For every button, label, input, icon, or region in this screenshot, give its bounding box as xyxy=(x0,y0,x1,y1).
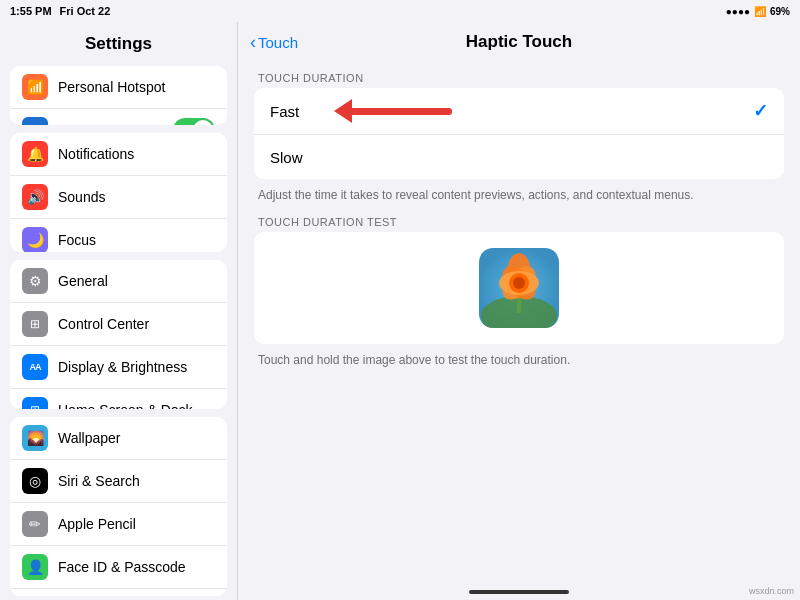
faceid-icon: 👤 xyxy=(22,554,48,580)
sidebar-section-2: 🔔 Notifications 🔊 Sounds 🌙 Focus ⏱ Scree… xyxy=(10,133,227,252)
sidebar-item-battery[interactable]: 🔋 Battery xyxy=(10,589,227,596)
watermark: wsxdn.com xyxy=(749,586,794,596)
applepencil-icon: ✏ xyxy=(22,511,48,537)
display-icon: AA xyxy=(22,354,48,380)
app-container: Settings 📶 Personal Hotspot VPN VPN 🔔 No… xyxy=(0,22,800,600)
sidebar-item-siri[interactable]: ◎ Siri & Search xyxy=(10,460,227,503)
sidebar-section-4: 🌄 Wallpaper ◎ Siri & Search ✏ Apple Penc… xyxy=(10,417,227,596)
wifi-icon: 📶 xyxy=(754,6,766,17)
vpn-icon: VPN xyxy=(22,117,48,125)
sounds-icon: 🔊 xyxy=(22,184,48,210)
home-indicator xyxy=(238,584,800,600)
test-description: Touch and hold the image above to test t… xyxy=(254,348,784,377)
back-button[interactable]: ‹ Touch xyxy=(250,32,298,53)
fast-checkmark: ✓ xyxy=(753,100,768,122)
back-chevron-icon: ‹ xyxy=(250,32,256,53)
hotspot-icon: 📶 xyxy=(22,74,48,100)
sidebar-item-general[interactable]: ⚙ General xyxy=(10,260,227,303)
faceid-label: Face ID & Passcode xyxy=(58,559,215,575)
homescreen-icon: ⊞ xyxy=(22,397,48,409)
sidebar-section-1: 📶 Personal Hotspot VPN VPN xyxy=(10,66,227,125)
hotspot-label: Personal Hotspot xyxy=(58,79,215,95)
controlcenter-icon: ⊞ xyxy=(22,311,48,337)
home-bar xyxy=(469,590,569,594)
option-fast-label: Fast xyxy=(270,103,753,120)
svg-point-7 xyxy=(513,277,525,289)
test-image-container xyxy=(254,232,784,344)
sounds-label: Sounds xyxy=(58,189,215,205)
status-bar: 1:55 PM Fri Oct 22 ●●●● 📶 69% xyxy=(0,0,800,22)
wallpaper-icon: 🌄 xyxy=(22,425,48,451)
signal-icon: ●●●● xyxy=(726,6,750,17)
display-label: Display & Brightness xyxy=(58,359,215,375)
vpn-toggle[interactable] xyxy=(173,118,215,125)
test-section-label: TOUCH DURATION TEST xyxy=(254,212,784,232)
status-bar-left: 1:55 PM Fri Oct 22 xyxy=(10,5,110,17)
controlcenter-label: Control Center xyxy=(58,316,215,332)
homescreen-label: Home Screen & Dock xyxy=(58,402,215,409)
sidebar: Settings 📶 Personal Hotspot VPN VPN 🔔 No… xyxy=(0,22,238,600)
sidebar-item-vpn[interactable]: VPN VPN xyxy=(10,109,227,125)
notifications-icon: 🔔 xyxy=(22,141,48,167)
sidebar-item-faceid[interactable]: 👤 Face ID & Passcode xyxy=(10,546,227,589)
sidebar-item-sounds[interactable]: 🔊 Sounds xyxy=(10,176,227,219)
sidebar-item-homescreen[interactable]: ⊞ Home Screen & Dock xyxy=(10,389,227,409)
sidebar-section-3: ⚙ General ⊞ Control Center AA Display & … xyxy=(10,260,227,409)
option-slow[interactable]: Slow xyxy=(254,135,784,179)
siri-label: Siri & Search xyxy=(58,473,215,489)
sidebar-item-hotspot[interactable]: 📶 Personal Hotspot xyxy=(10,66,227,109)
touch-duration-label: TOUCH DURATION xyxy=(254,68,784,88)
touch-duration-options: Fast ✓ Slow xyxy=(254,88,784,179)
focus-icon: 🌙 xyxy=(22,227,48,252)
applepencil-label: Apple Pencil xyxy=(58,516,215,532)
back-label: Touch xyxy=(258,34,298,51)
focus-label: Focus xyxy=(58,232,215,248)
general-icon: ⚙ xyxy=(22,268,48,294)
touch-duration-description: Adjust the time it takes to reveal conte… xyxy=(254,183,784,212)
general-label: General xyxy=(58,273,215,289)
detail-title: Haptic Touch xyxy=(466,32,572,52)
sidebar-item-notifications[interactable]: 🔔 Notifications xyxy=(10,133,227,176)
sidebar-item-wallpaper[interactable]: 🌄 Wallpaper xyxy=(10,417,227,460)
sidebar-item-controlcenter[interactable]: ⊞ Control Center xyxy=(10,303,227,346)
sidebar-title: Settings xyxy=(0,22,237,62)
detail-header: ‹ Touch Haptic Touch xyxy=(238,22,800,60)
date: Fri Oct 22 xyxy=(60,5,111,17)
time: 1:55 PM xyxy=(10,5,52,17)
sidebar-item-applepencil[interactable]: ✏ Apple Pencil xyxy=(10,503,227,546)
notifications-label: Notifications xyxy=(58,146,215,162)
battery-indicator: 69% xyxy=(770,6,790,17)
vpn-label: VPN xyxy=(58,122,173,125)
option-fast[interactable]: Fast ✓ xyxy=(254,88,784,135)
detail-content: TOUCH DURATION Fast ✓ Slow Adjust the ti… xyxy=(238,60,800,584)
siri-icon: ◎ xyxy=(22,468,48,494)
sidebar-item-focus[interactable]: 🌙 Focus xyxy=(10,219,227,252)
option-slow-label: Slow xyxy=(270,149,768,166)
svg-rect-8 xyxy=(517,298,521,313)
flower-image[interactable] xyxy=(479,248,559,328)
sidebar-item-display[interactable]: AA Display & Brightness xyxy=(10,346,227,389)
detail-panel: ‹ Touch Haptic Touch TOUCH DURATION Fast… xyxy=(238,22,800,600)
status-bar-right: ●●●● 📶 69% xyxy=(726,6,790,17)
wallpaper-label: Wallpaper xyxy=(58,430,215,446)
